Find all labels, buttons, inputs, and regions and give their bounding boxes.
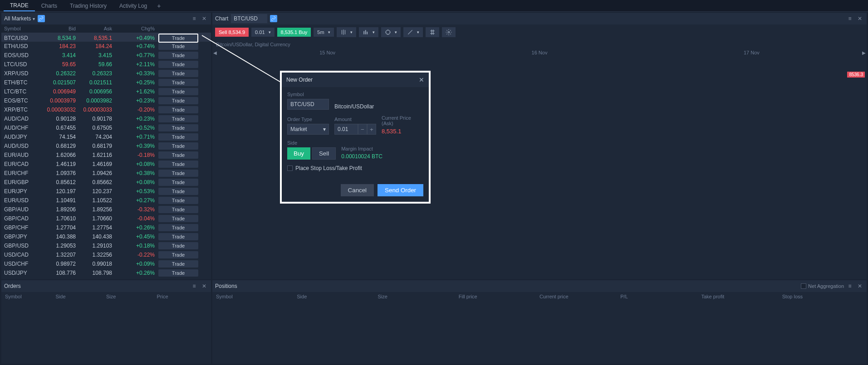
col-header[interactable]: Current price xyxy=(539,294,620,299)
col-header[interactable]: Price xyxy=(157,294,208,299)
market-row[interactable]: GBP/USD1.290531.29103+0.18%Trade xyxy=(1,241,211,250)
settings-button[interactable] xyxy=(442,27,456,37)
market-row[interactable]: EUR/CHF1.093761.09426+0.38%Trade xyxy=(1,169,211,178)
market-row[interactable]: EUR/USD1.104911.10522+0.27%Trade xyxy=(1,196,211,205)
trade-button[interactable]: Trade xyxy=(158,197,198,204)
checkbox-icon[interactable] xyxy=(801,283,806,289)
add-tab-button[interactable]: + xyxy=(153,2,164,10)
hamburger-icon[interactable]: ≡ xyxy=(190,282,198,290)
col-bid[interactable]: Bid xyxy=(43,26,79,31)
send-order-button[interactable]: Send Order xyxy=(378,184,423,196)
col-header[interactable]: Take profit xyxy=(701,294,782,299)
market-row[interactable]: XRP/USD0.263220.26323+0.33%Trade xyxy=(1,69,211,78)
chart-symbol-input[interactable] xyxy=(231,14,267,23)
col-ask[interactable]: Ask xyxy=(79,26,116,31)
trade-button[interactable]: Trade xyxy=(158,179,198,186)
trade-button[interactable]: Trade xyxy=(158,124,198,131)
trade-button[interactable]: Trade xyxy=(158,97,198,104)
trade-button[interactable]: Trade xyxy=(158,34,198,43)
trade-button[interactable]: Trade xyxy=(158,188,198,195)
symbol-input[interactable] xyxy=(287,99,329,110)
hamburger-icon[interactable]: ≡ xyxy=(190,15,198,23)
net-aggregation-toggle[interactable]: Net Aggregation xyxy=(801,283,844,289)
hamburger-icon[interactable]: ≡ xyxy=(846,282,854,290)
order-type-select[interactable]: Market ▾ xyxy=(287,124,329,135)
close-icon[interactable]: ✕ xyxy=(200,15,208,23)
indicators-button[interactable]: ▾ xyxy=(337,27,356,37)
col-header[interactable]: Side xyxy=(56,294,107,299)
market-row[interactable]: USD/CHF0.989720.99018+0.09%Trade xyxy=(1,259,211,268)
market-row[interactable]: EUR/AUD1.620661.62116-0.18%Trade xyxy=(1,151,211,160)
col-header[interactable]: Size xyxy=(378,294,459,299)
trade-button[interactable]: Trade xyxy=(158,251,198,258)
markets-list[interactable]: BTC/USD8,534.98,535.1+0.49%TradeETH/USD1… xyxy=(1,33,211,277)
draw-line-button[interactable]: ▾ xyxy=(403,27,423,37)
side-buy-button[interactable]: Buy xyxy=(287,147,310,160)
market-row[interactable]: AUD/JPY74.15474.204+0.71%Trade xyxy=(1,132,211,141)
market-row[interactable]: EOS/USD3.4143.415+0.77%Trade xyxy=(1,51,211,60)
trade-button[interactable]: Trade xyxy=(158,79,198,86)
checkbox-icon[interactable] xyxy=(287,165,293,171)
market-row[interactable]: EUR/CAD1.461191.46169+0.08%Trade xyxy=(1,160,211,169)
market-row[interactable]: GBP/AUD1.892061.89256-0.32%Trade xyxy=(1,205,211,214)
link-icon[interactable] xyxy=(38,15,45,22)
modal-close-button[interactable]: ✕ xyxy=(419,76,424,83)
market-row[interactable]: EOS/BTC0.00039790.0003982+0.23%Trade xyxy=(1,96,211,105)
col-header[interactable]: Size xyxy=(106,294,157,299)
market-row[interactable]: GBP/JPY140.388140.438+0.45%Trade xyxy=(1,232,211,241)
qty-selector[interactable]: 0.01 ▾ xyxy=(251,28,274,37)
col-header[interactable]: Side xyxy=(297,294,378,299)
crosshair-button[interactable]: ▾ xyxy=(381,27,401,37)
stop-loss-checkbox-row[interactable]: Place Stop Loss/Take Profit xyxy=(287,165,423,171)
tab-trade[interactable]: TRADE xyxy=(4,0,35,11)
market-row[interactable]: AUD/CHF0.674550.67505+0.52%Trade xyxy=(1,123,211,132)
market-row[interactable]: AUD/USD0.681290.68179+0.39%Trade xyxy=(1,141,211,151)
tab-activity[interactable]: Activity Log xyxy=(113,1,153,11)
trade-button[interactable]: Trade xyxy=(158,233,198,240)
amount-input[interactable] xyxy=(334,124,358,135)
trade-button[interactable]: Trade xyxy=(158,61,198,68)
side-sell-button[interactable]: Sell xyxy=(312,147,336,160)
trade-button[interactable]: Trade xyxy=(158,115,198,122)
trade-button[interactable]: Trade xyxy=(158,161,198,168)
chart-nav-left-icon[interactable]: ◀ xyxy=(212,49,218,56)
market-row[interactable]: USD/CAD1.322071.32256-0.22%Trade xyxy=(1,250,211,259)
tab-history[interactable]: Trading History xyxy=(64,1,113,11)
trade-button[interactable]: Trade xyxy=(158,70,198,77)
col-symbol[interactable]: Symbol xyxy=(4,26,43,31)
hamburger-icon[interactable]: ≡ xyxy=(846,15,854,23)
markets-title[interactable]: All Markets xyxy=(4,15,31,22)
tab-charts[interactable]: Charts xyxy=(35,1,64,11)
close-icon[interactable]: ✕ xyxy=(200,282,208,290)
buy-button[interactable]: 8,535.1 Buy xyxy=(277,28,311,37)
market-row[interactable]: XRP/BTC0.000030320.00003033-0.20%Trade xyxy=(1,105,211,114)
market-row[interactable]: GBP/CAD1.706101.70660-0.04%Trade xyxy=(1,214,211,223)
cancel-button[interactable]: Cancel xyxy=(341,184,374,196)
trade-button[interactable]: Trade xyxy=(158,269,198,277)
trade-button[interactable]: Trade xyxy=(158,142,198,150)
market-row[interactable]: ETH/BTC0.0215070.021511+0.25%Trade xyxy=(1,78,211,87)
chart-type-button[interactable]: ▾ xyxy=(359,27,378,37)
market-row[interactable]: ETH/USD184.23184.24+0.74%Trade xyxy=(1,42,211,51)
market-row[interactable]: USD/JPY108.776108.798+0.26%Trade xyxy=(1,268,211,277)
amount-increase-button[interactable]: + xyxy=(367,124,376,135)
markets-dropdown-icon[interactable]: ▾ xyxy=(33,16,35,21)
col-header[interactable]: Stop loss xyxy=(782,294,863,299)
trade-button[interactable]: Trade xyxy=(158,224,198,231)
col-header[interactable]: Fill price xyxy=(459,294,539,299)
sell-button[interactable]: Sell 8,534.9 xyxy=(215,28,249,37)
col-header[interactable]: P/L xyxy=(620,294,701,299)
trade-button[interactable]: Trade xyxy=(158,133,198,141)
trade-button[interactable]: Trade xyxy=(158,242,198,249)
chart-nav-right-icon[interactable]: ▶ xyxy=(861,49,867,56)
market-row[interactable]: BTC/USD8,534.98,535.1+0.49%Trade xyxy=(1,33,211,42)
trade-button[interactable]: Trade xyxy=(158,260,198,268)
col-header[interactable]: Symbol xyxy=(216,294,297,299)
market-row[interactable]: LTC/BTC0.0069490.006956+1.62%Trade xyxy=(1,87,211,96)
trade-button[interactable]: Trade xyxy=(158,43,198,50)
col-chg[interactable]: Chg% xyxy=(116,26,158,31)
trade-button[interactable]: Trade xyxy=(158,170,198,177)
trade-button[interactable]: Trade xyxy=(158,88,198,95)
close-icon[interactable]: ✕ xyxy=(856,15,864,23)
market-row[interactable]: LTC/USD59.6559.66+2.11%Trade xyxy=(1,60,211,69)
